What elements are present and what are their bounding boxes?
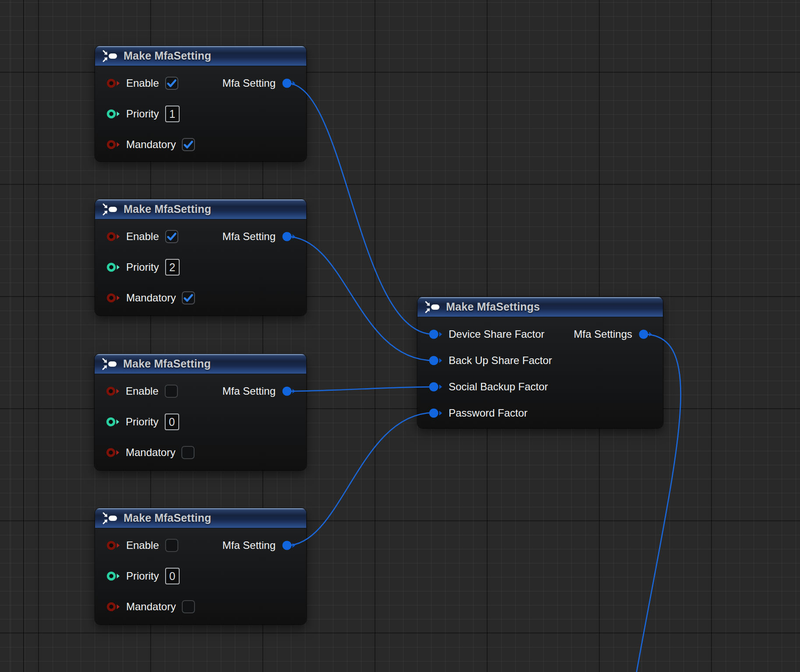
pin-row: Mandatory [95,283,306,313]
node-make-mfasettings[interactable]: Make MfaSettingsDevice Share FactorMfa S… [418,297,663,428]
pin-label: Mandatory [126,601,176,613]
node-body: EnableMfa SettingPriority2Mandatory [95,219,306,313]
pin-label: Priority [126,261,159,273]
input-pin-priority[interactable]: Priority0 [106,414,179,430]
input-pin-enable[interactable]: Enable [106,539,178,552]
checkmark-icon [166,78,177,89]
input-pin-mandatory[interactable]: Mandatory [106,138,195,151]
bool-value-checkbox[interactable] [165,77,178,90]
input-pin-bool-icon [106,139,120,150]
output-pin-mfa-setting[interactable]: Mfa Setting [223,77,296,89]
checkmark-icon [183,292,194,304]
pin-row: Password Factor [418,400,663,426]
pin-label: Mfa Setting [223,230,276,243]
output-pin-mfa-settings[interactable]: Mfa Settings [574,328,652,340]
pin-label: Device Share Factor [449,328,545,340]
bool-value-checkbox[interactable] [182,600,195,613]
node-make-mfasetting-4[interactable]: Make MfaSettingEnableMfa SettingPriority… [95,508,306,624]
pin-row: Priority0 [95,407,306,437]
int-value-field[interactable]: 1 [165,106,180,122]
int-value: 0 [169,570,175,583]
make-struct-icon [102,50,118,63]
int-value: 0 [169,416,175,428]
wire-setting2-to-backup-share-factor[interactable] [287,237,434,361]
input-pin-priority[interactable]: Priority0 [106,568,180,584]
int-value: 2 [169,261,175,274]
pin-row: Social Backup Factor [418,374,663,400]
pin-row: EnableMfa Setting [95,530,306,561]
output-pin-mfa-setting[interactable]: Mfa Setting [223,385,296,397]
node-title: Make MfaSettings [446,301,540,313]
input-pin-bool-icon [106,601,120,612]
input-pin-priority[interactable]: Priority1 [106,106,180,122]
node-title: Make MfaSetting [124,512,211,524]
pin-label: Mandatory [126,138,176,151]
pin-row: Mandatory [95,437,306,468]
wire-setting1-to-device-share-factor[interactable] [287,83,434,334]
pin-row: Mandatory [95,129,306,160]
node-body: EnableMfa SettingPriority0Mandatory [95,528,306,622]
pin-label: Mfa Setting [223,385,276,397]
pin-row: Device Share FactorMfa Settings [418,321,663,347]
checkmark-icon [166,231,177,242]
input-pin-priority[interactable]: Priority2 [106,259,180,276]
pin-row: Priority0 [95,561,306,591]
node-make-mfasetting-1[interactable]: Make MfaSettingEnableMfa SettingPriority… [95,46,306,161]
int-value-field[interactable]: 0 [165,414,179,430]
pin-label: Mfa Setting [223,539,276,552]
make-struct-icon [101,357,117,371]
pin-label: Enable [126,230,159,243]
bool-value-checkbox[interactable] [182,291,195,304]
output-pin-mfa-setting[interactable]: Mfa Setting [223,539,296,552]
node-make-mfasetting-2[interactable]: Make MfaSettingEnableMfa SettingPriority… [95,199,306,315]
node-title: Make MfaSetting [124,203,211,216]
node-header[interactable]: Make MfaSettings [418,297,663,317]
graph-canvas[interactable]: { "graph": { "canvas": {"width": 1826, "… [0,0,800,672]
wire-setting3-to-social-backup-factor[interactable] [287,387,434,391]
pin-label: Priority [126,416,159,428]
input-pin-enable[interactable]: Enable [106,385,178,398]
pin-label: Social Backup Factor [449,381,548,393]
checkmark-icon [183,139,194,150]
pin-row: Priority2 [95,252,306,283]
input-pin-int-icon [106,262,120,272]
input-pin-mandatory[interactable]: Mandatory [106,600,195,613]
int-value: 1 [169,108,175,120]
input-pin-enable[interactable]: Enable [106,230,178,243]
node-title: Make MfaSetting [124,50,211,62]
bool-value-checkbox[interactable] [165,230,178,243]
pin-label: Priority [126,570,159,582]
pin-row: EnableMfa Setting [95,221,306,252]
wire-setting4-to-password-factor[interactable] [287,413,434,545]
input-pin-device-share-factor[interactable]: Device Share Factor [428,328,545,340]
pin-row: EnableMfa Setting [95,68,306,99]
node-make-mfasetting-3[interactable]: Make MfaSettingEnableMfa SettingPriority… [95,354,306,470]
node-header[interactable]: Make MfaSetting [95,199,306,219]
input-pin-bool-icon [106,293,120,303]
node-body: EnableMfa SettingPriority0Mandatory [95,374,306,468]
input-pin-int-icon [106,417,120,427]
bool-value-checkbox[interactable] [165,385,178,398]
input-pin-back-up-share-factor[interactable]: Back Up Share Factor [428,354,552,367]
node-header[interactable]: Make MfaSetting [95,46,306,66]
int-value-field[interactable]: 0 [165,568,180,584]
input-pin-int-icon [106,571,120,581]
input-pin-social-backup-factor[interactable]: Social Backup Factor [428,381,548,393]
input-pin-mandatory[interactable]: Mandatory [106,446,195,459]
bool-value-checkbox[interactable] [165,539,178,552]
input-pin-bool-icon [106,231,120,242]
input-pin-bool-icon [106,447,120,458]
input-pin-enable[interactable]: Enable [106,77,178,90]
input-pin-password-factor[interactable]: Password Factor [428,407,527,419]
input-pin-bool-icon [106,540,120,551]
input-pin-bool-icon [106,386,120,396]
input-pin-mandatory[interactable]: Mandatory [106,291,195,304]
bool-value-checkbox[interactable] [181,446,195,459]
bool-value-checkbox[interactable] [182,138,195,151]
node-header[interactable]: Make MfaSetting [95,354,306,374]
int-value-field[interactable]: 2 [165,259,180,276]
node-header[interactable]: Make MfaSetting [95,508,306,528]
pin-label: Password Factor [449,407,527,419]
output-pin-mfa-setting[interactable]: Mfa Setting [223,230,296,243]
pin-label: Enable [126,539,159,552]
